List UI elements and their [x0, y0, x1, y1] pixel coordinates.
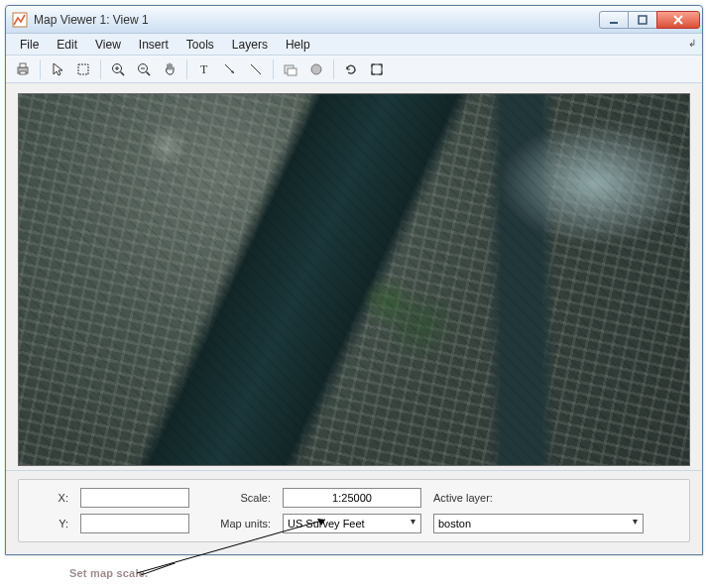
toolbar-separator: [100, 59, 101, 79]
menu-overflow-icon[interactable]: ↲: [688, 38, 696, 49]
menu-edit[interactable]: Edit: [49, 36, 85, 54]
svg-line-21: [141, 563, 315, 575]
line-tool-icon[interactable]: [245, 59, 267, 80]
toolbar-separator: [186, 59, 187, 79]
arrow-tool-icon[interactable]: [219, 59, 241, 80]
map-canvas[interactable]: [18, 93, 690, 466]
svg-rect-20: [372, 64, 382, 74]
print-icon[interactable]: [12, 59, 34, 80]
y-field[interactable]: [80, 514, 189, 533]
toolbar-separator: [273, 59, 274, 79]
svg-line-16: [251, 64, 261, 74]
fit-icon[interactable]: [366, 59, 388, 80]
svg-rect-2: [639, 16, 647, 24]
zoom-out-icon[interactable]: [133, 59, 155, 80]
x-field[interactable]: [80, 488, 189, 508]
text-tool-icon[interactable]: T: [193, 59, 215, 80]
status-panel: X: Scale: Active layer: Y: Map units:: [6, 470, 702, 554]
toolbar-separator: [333, 59, 334, 79]
identify-icon[interactable]: [305, 59, 327, 80]
menu-help[interactable]: Help: [278, 36, 318, 54]
aerial-imagery: [19, 94, 689, 465]
svg-line-8: [121, 71, 125, 75]
status-inner: X: Scale: Active layer: Y: Map units:: [18, 479, 690, 542]
x-label: X:: [33, 492, 68, 504]
menu-view[interactable]: View: [87, 36, 129, 54]
map-units-select[interactable]: [283, 514, 421, 533]
toolbar-separator: [40, 59, 41, 79]
menu-insert[interactable]: Insert: [131, 36, 176, 54]
maximize-button[interactable]: [628, 11, 657, 29]
info-icon[interactable]: [280, 59, 301, 80]
titlebar: Map Viewer 1: View 1: [6, 6, 702, 34]
annotation-label: Set map scale.: [69, 567, 148, 579]
app-icon: [12, 12, 28, 28]
pointer-icon[interactable]: [47, 59, 68, 80]
svg-rect-1: [610, 22, 618, 24]
app-window: Map Viewer 1: View 1 File Edit View Inse…: [5, 5, 703, 555]
menu-tools[interactable]: Tools: [178, 36, 222, 54]
zoom-in-icon[interactable]: [107, 59, 129, 80]
svg-rect-6: [78, 64, 88, 74]
active-layer-select[interactable]: [433, 514, 644, 533]
annotation-arrow: [139, 563, 325, 588]
y-label: Y:: [33, 518, 68, 529]
svg-rect-5: [20, 71, 26, 74]
minimize-button[interactable]: [599, 11, 629, 29]
menu-layers[interactable]: Layers: [224, 36, 276, 54]
scale-field[interactable]: [283, 488, 421, 508]
menu-file[interactable]: File: [12, 36, 47, 54]
svg-line-12: [147, 71, 151, 75]
svg-rect-18: [288, 68, 296, 75]
map-area: [6, 83, 702, 470]
menubar: File Edit View Insert Tools Layers Help …: [6, 34, 702, 56]
marquee-icon[interactable]: [72, 59, 94, 80]
svg-text:T: T: [200, 62, 208, 76]
pan-icon[interactable]: [159, 59, 180, 80]
units-label: Map units:: [201, 518, 271, 529]
active-layer-label: Active layer:: [433, 492, 513, 504]
toolbar: T: [6, 56, 702, 83]
scale-label: Scale:: [201, 492, 271, 504]
svg-rect-4: [20, 63, 26, 67]
svg-point-19: [311, 64, 321, 74]
close-button[interactable]: [656, 11, 700, 29]
refresh-icon[interactable]: [340, 59, 362, 80]
window-title: Map Viewer 1: View 1: [34, 13, 600, 27]
window-controls: [600, 11, 700, 29]
